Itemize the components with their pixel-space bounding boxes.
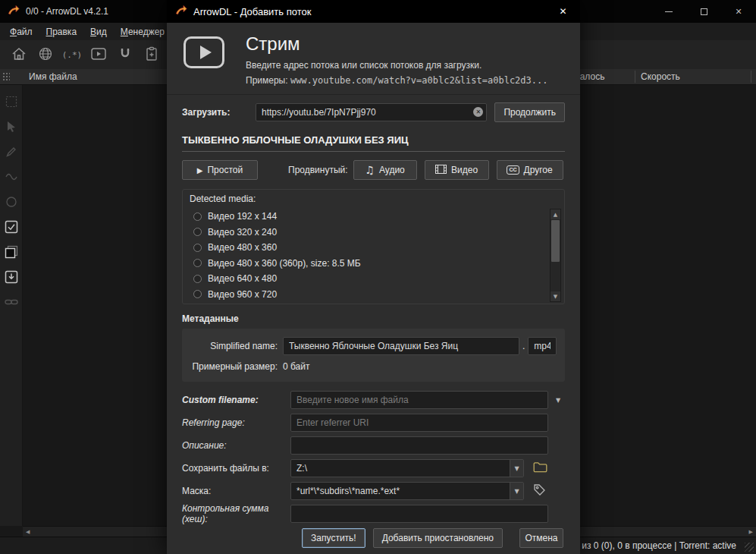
save-to-label: Сохранить файлы в: xyxy=(182,463,290,474)
start-button[interactable]: Запустить! xyxy=(302,528,365,548)
close-button[interactable]: ✕ xyxy=(721,0,756,23)
media-option-label: Видео 480 x 360 (360p), size: 8.5 МБ xyxy=(208,258,361,269)
divider xyxy=(182,151,565,152)
media-option[interactable]: Видео 192 x 144 xyxy=(193,209,550,225)
examples-label: Примеры: xyxy=(246,75,288,86)
scroll-left-icon[interactable]: ◀ xyxy=(26,529,30,535)
media-option[interactable]: Видео 320 x 240 xyxy=(193,225,550,241)
radio-button[interactable] xyxy=(193,275,202,283)
cancel-button[interactable]: Отмена xyxy=(519,528,563,548)
column-divider[interactable] xyxy=(635,71,635,83)
media-option[interactable]: Видео 480 x 360 xyxy=(193,240,550,256)
mask-tag-button[interactable] xyxy=(533,483,546,499)
referring-page-input[interactable] xyxy=(290,414,548,432)
rail-icon-link[interactable] xyxy=(4,294,19,310)
mode-row: ▶ Простой Продвинутый: ♫ Аудио Видео CC … xyxy=(182,160,565,180)
radio-button[interactable] xyxy=(193,212,202,221)
rail-icon-pointer[interactable] xyxy=(4,119,19,134)
toolbar-button-regex[interactable]: (.*) xyxy=(62,44,82,65)
stream-url-input[interactable] xyxy=(256,103,487,121)
chevron-down-icon[interactable]: ▼ xyxy=(510,483,523,499)
dialog-close-button[interactable]: ✕ xyxy=(546,0,580,23)
clipboard-add-icon xyxy=(145,46,158,64)
column-header-speed[interactable]: Скорость xyxy=(641,71,680,82)
other-mode-button[interactable]: CC Другое xyxy=(497,160,563,180)
scrollbar-thumb[interactable] xyxy=(551,220,560,262)
mask-combobox[interactable]: *url*\*subdirs\*name.*ext* ▼ xyxy=(290,482,524,500)
add-paused-button[interactable]: Добавить приостановлено xyxy=(373,528,503,548)
column-header-name[interactable]: Имя файла xyxy=(29,71,77,82)
extension-input[interactable] xyxy=(528,337,557,355)
minimize-button[interactable] xyxy=(651,0,686,23)
media-option[interactable]: Видео 960 x 720 xyxy=(193,287,550,303)
options-form: Custom filename: ▼ Referring page: Описа… xyxy=(182,391,565,523)
folder-icon xyxy=(533,461,547,475)
advanced-label: Продвинутый: xyxy=(288,165,348,175)
media-option[interactable]: Видео 640 x 480 xyxy=(193,271,550,287)
rail-icon-shape[interactable] xyxy=(4,194,19,209)
toolbar-button-home[interactable] xyxy=(9,44,29,65)
stream-subtitle: Введите адрес потока или список потоков … xyxy=(246,60,547,71)
maximize-icon xyxy=(701,8,707,15)
scroll-right-icon[interactable]: ▶ xyxy=(749,529,753,535)
menu-item-manager[interactable]: Менеджер xyxy=(114,24,171,39)
scrollbar-track[interactable] xyxy=(551,219,560,291)
scroll-up-icon[interactable]: ▲ xyxy=(551,209,560,219)
menu-item-edit[interactable]: Правка xyxy=(39,24,84,39)
radio-button[interactable] xyxy=(193,259,202,267)
resize-grip[interactable] xyxy=(745,543,754,552)
simplified-name-input[interactable] xyxy=(283,337,519,355)
play-icon: ▶ xyxy=(197,166,203,175)
scroll-down-icon[interactable]: ▼ xyxy=(551,291,560,301)
rail-icon-select[interactable] xyxy=(4,94,19,109)
toolbar-button-video[interactable] xyxy=(89,44,108,65)
column-divider[interactable] xyxy=(751,71,751,83)
chevron-down-icon[interactable]: ▼ xyxy=(551,397,565,404)
browse-folder-button[interactable] xyxy=(533,461,547,475)
rail-icon-wave[interactable] xyxy=(4,169,19,184)
save-to-value: Z:\ xyxy=(291,460,510,477)
estimated-size-value: 0 байт xyxy=(283,361,309,372)
radio-button[interactable] xyxy=(193,290,202,298)
add-stream-dialog: ArrowDL - Добавить поток ✕ Стрим Введите… xyxy=(167,0,580,554)
toolbar-button-torrent[interactable] xyxy=(115,44,135,65)
custom-filename-label: Custom filename: xyxy=(182,395,290,405)
toolbar-button-clipboard[interactable] xyxy=(142,44,162,65)
custom-filename-input[interactable] xyxy=(290,391,548,409)
metadata-panel: Simplified name: . Примерный размер: 0 б… xyxy=(182,329,565,382)
chevron-down-icon[interactable]: ▼ xyxy=(510,460,523,477)
close-icon: ✕ xyxy=(559,6,566,17)
menu-item-file[interactable]: Файл xyxy=(3,24,39,39)
stream-play-icon xyxy=(184,36,224,68)
simple-mode-button[interactable]: ▶ Простой xyxy=(182,160,258,180)
video-mode-button[interactable]: Видео xyxy=(425,160,489,180)
status-text: 0 из 0 (0), 0 в процессе | Torrent: acti… xyxy=(574,540,736,551)
rail-button-download[interactable] xyxy=(4,269,19,285)
menu-item-view[interactable]: Вид xyxy=(83,24,114,39)
radio-button[interactable] xyxy=(193,228,202,236)
rail-icon-edit[interactable] xyxy=(4,144,19,159)
rail-button-batch[interactable] xyxy=(4,244,19,260)
description-input[interactable] xyxy=(290,436,548,455)
maximize-button[interactable] xyxy=(686,0,721,23)
simplified-name-label: Simplified name: xyxy=(182,341,278,351)
continue-button[interactable]: Продолжить xyxy=(494,102,565,122)
subtitles-icon: CC xyxy=(507,165,519,175)
media-option[interactable]: Видео 480 x 360 (360p), size: 8.5 МБ xyxy=(193,256,550,272)
mask-label: Маска: xyxy=(182,486,290,496)
header-grip[interactable] xyxy=(2,72,10,82)
dialog-logo-icon xyxy=(175,5,187,19)
radio-button[interactable] xyxy=(193,244,202,252)
detected-scrollbar[interactable]: ▲ ▼ xyxy=(550,209,561,302)
dialog-titlebar: ArrowDL - Добавить поток ✕ xyxy=(167,0,580,23)
checksum-input[interactable] xyxy=(290,505,548,523)
film-icon xyxy=(435,165,447,176)
save-to-combobox[interactable]: Z:\ ▼ xyxy=(290,459,524,477)
detected-media-group: Detected media: Видео 192 x 144 Видео 32… xyxy=(182,189,565,304)
toolbar-button-website[interactable] xyxy=(36,44,55,65)
download-label: Загрузить: xyxy=(182,107,256,118)
rail-button-check[interactable] xyxy=(4,219,19,235)
media-option-label: Видео 480 x 360 xyxy=(208,242,277,253)
regex-icon: (.*) xyxy=(62,50,83,60)
audio-mode-button[interactable]: ♫ Аудио xyxy=(353,160,417,180)
